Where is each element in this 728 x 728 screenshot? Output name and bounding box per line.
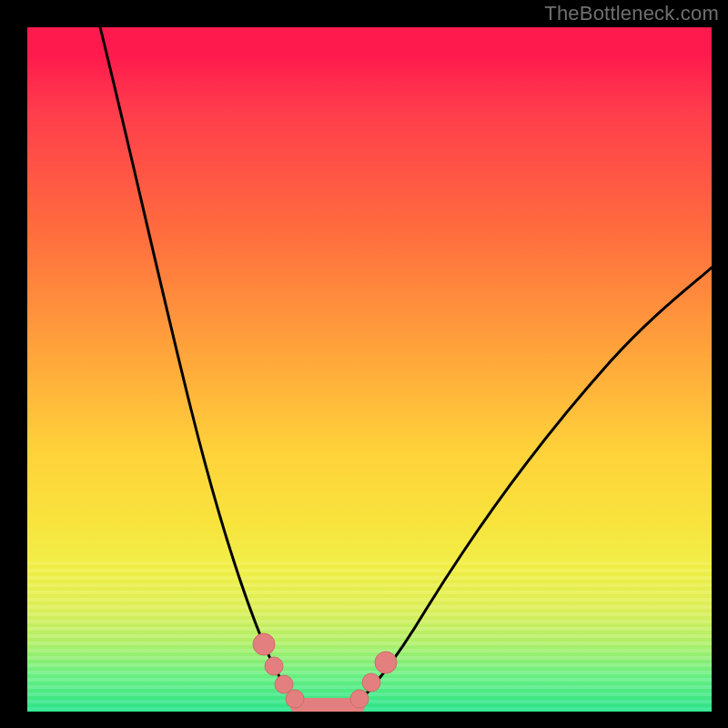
watermark-text: TheBottleneck.com: [544, 2, 719, 25]
bead-marker: [286, 690, 304, 708]
plot-area: [27, 27, 712, 712]
bead-marker: [350, 690, 369, 708]
right-branch-line: [351, 268, 712, 708]
curve-layer: [27, 27, 712, 712]
bead-marker: [265, 657, 283, 675]
bead-marker: [253, 633, 275, 655]
left-branch-line: [100, 27, 306, 708]
bead-marker: [375, 652, 397, 673]
chart-container: TheBottleneck.com: [0, 0, 728, 728]
bead-marker: [362, 673, 380, 692]
